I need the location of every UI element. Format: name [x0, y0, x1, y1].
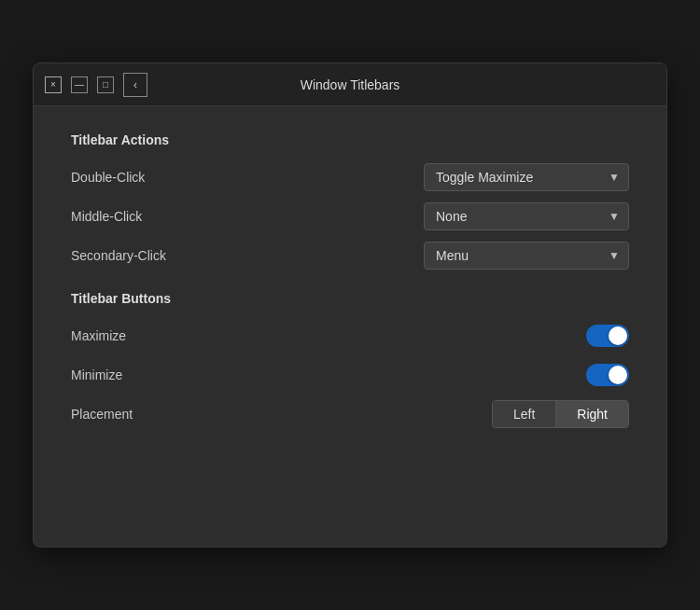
placement-row: Placement Left Right — [71, 397, 629, 431]
middle-click-row: Middle-Click None Toggle Shade Toggle Ma… — [71, 200, 629, 233]
double-click-select-wrapper: Toggle Maximize Toggle Shade None Lower … — [424, 163, 629, 191]
double-click-select[interactable]: Toggle Maximize Toggle Shade None Lower … — [424, 163, 629, 191]
close-button[interactable]: × — [45, 76, 62, 93]
back-button[interactable]: ‹ — [123, 73, 147, 97]
titlebar-buttons-section: Titlebar Buttons Maximize Minimize — [71, 291, 629, 431]
maximize-label: Maximize — [71, 328, 126, 343]
placement-button-group: Left Right — [492, 400, 629, 428]
placement-right-button[interactable]: Right — [556, 401, 628, 427]
double-click-row: Double-Click Toggle Maximize Toggle Shad… — [71, 160, 629, 194]
middle-click-select-wrapper: None Toggle Shade Toggle Maximize Lower … — [424, 202, 629, 230]
middle-click-label: Middle-Click — [71, 209, 142, 224]
placement-left-button[interactable]: Left — [493, 401, 556, 427]
double-click-label: Double-Click — [71, 170, 145, 185]
placement-label: Placement — [71, 407, 133, 422]
minimize-thumb — [609, 366, 627, 384]
secondary-click-select[interactable]: Menu None Toggle Shade Toggle Maximize L… — [424, 242, 629, 270]
secondary-click-label: Secondary-Click — [71, 248, 166, 263]
titlebar-actions-heading: Titlebar Actions — [71, 132, 629, 147]
secondary-click-row: Secondary-Click Menu None Toggle Shade T… — [71, 239, 629, 272]
secondary-click-select-wrapper: Menu None Toggle Shade Toggle Maximize L… — [424, 242, 629, 270]
titlebar-buttons-heading: Titlebar Buttons — [71, 291, 629, 306]
maximize-button[interactable]: □ — [97, 76, 114, 93]
minimize-label: Minimize — [71, 367, 122, 382]
content-area: Titlebar Actions Double-Click Toggle Max… — [34, 106, 666, 474]
window: × — □ ‹ Window Titlebars Titlebar Action… — [33, 62, 667, 548]
middle-click-select[interactable]: None Toggle Shade Toggle Maximize Lower … — [424, 202, 629, 230]
maximize-thumb — [609, 326, 627, 345]
maximize-toggle-row: Maximize — [71, 319, 629, 353]
minimize-toggle[interactable] — [586, 364, 629, 386]
minimize-button[interactable]: — — [71, 76, 88, 93]
window-title: Window Titlebars — [301, 77, 400, 92]
titlebar: × — □ ‹ Window Titlebars — [34, 63, 666, 106]
maximize-toggle[interactable] — [586, 325, 629, 347]
titlebar-actions-section: Titlebar Actions Double-Click Toggle Max… — [71, 132, 629, 272]
minimize-toggle-row: Minimize — [71, 358, 629, 392]
titlebar-controls: × — □ ‹ — [45, 73, 147, 97]
